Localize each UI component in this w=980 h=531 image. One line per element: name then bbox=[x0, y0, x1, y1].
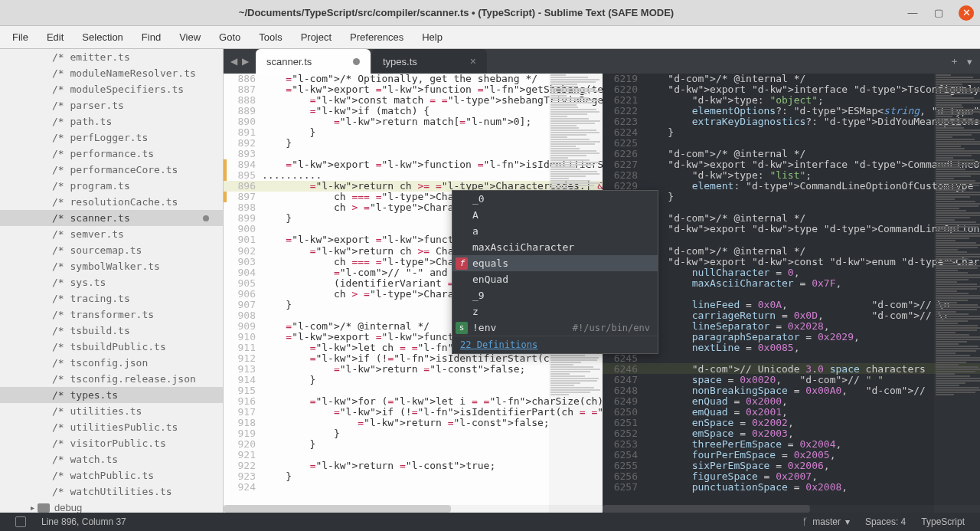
sidebar-item[interactable]: /* moduleNameResolver.ts bbox=[0, 65, 223, 81]
status-cursor-position[interactable]: Line 896, Column 37 bbox=[34, 516, 134, 527]
editor-panes: 886 887 888 889 890 891 892 893 894 895 … bbox=[224, 74, 980, 513]
dirty-indicator-icon bbox=[353, 58, 360, 65]
window-title: ~/Documents/TypeScript/src/compiler/scan… bbox=[6, 7, 906, 18]
editor-area: ◀ ▶ scanner.ts types.ts × ＋ ▾ 886 887 88… bbox=[224, 49, 980, 513]
menu-file[interactable]: File bbox=[3, 28, 38, 46]
sidebar-item[interactable]: /* emitter.ts bbox=[0, 49, 223, 65]
panel-icon bbox=[15, 516, 26, 527]
close-button[interactable]: ✕ bbox=[959, 5, 974, 21]
menu-goto[interactable]: Goto bbox=[210, 28, 250, 46]
status-bar: Line 896, Column 37 ᚶ master ▾ Spaces: 4… bbox=[0, 513, 980, 531]
autocomplete-item[interactable]: A bbox=[452, 207, 658, 223]
sidebar-item[interactable]: /* watchPublic.ts bbox=[0, 467, 223, 483]
dirty-indicator-icon bbox=[203, 215, 209, 221]
completion-kind-icon: s bbox=[456, 322, 468, 334]
status-panel-toggle[interactable] bbox=[8, 516, 34, 527]
autocomplete-footer[interactable]: 22 Definitions bbox=[452, 336, 658, 353]
sidebar: /* emitter.ts/* moduleNameResolver.ts/* … bbox=[0, 49, 224, 513]
tab-scanner[interactable]: scanner.ts bbox=[256, 49, 371, 74]
close-icon[interactable]: × bbox=[470, 55, 476, 67]
horizontal-scrollbar[interactable] bbox=[224, 505, 603, 513]
autocomplete-item[interactable]: maxAsciiCharacter bbox=[452, 239, 658, 255]
tab-actions: ＋ ▾ bbox=[942, 49, 980, 74]
minimize-button[interactable]: — bbox=[906, 7, 919, 19]
sidebar-item[interactable]: /* utilities.ts bbox=[0, 403, 223, 419]
tab-forward-button[interactable]: ▶ bbox=[240, 56, 251, 67]
window-controls: — ▢ ✕ bbox=[906, 5, 974, 21]
status-indentation[interactable]: Spaces: 4 bbox=[858, 516, 913, 527]
sidebar-item[interactable]: /* tsbuildPublic.ts bbox=[0, 339, 223, 355]
menubar: FileEditSelectionFindViewGotoToolsProjec… bbox=[0, 26, 980, 49]
sidebar-item[interactable]: /* types.ts bbox=[0, 387, 223, 403]
sidebar-item[interactable]: /* performance.ts bbox=[0, 146, 223, 162]
sidebar-item[interactable]: /* sourcemap.ts bbox=[0, 242, 223, 258]
sidebar-item[interactable]: /* performanceCore.ts bbox=[0, 162, 223, 178]
sidebar-item[interactable]: /* transformer.ts bbox=[0, 306, 223, 323]
sidebar-item[interactable]: /* symbolWalker.ts bbox=[0, 258, 223, 274]
sidebar-item[interactable]: /* moduleSpecifiers.ts bbox=[0, 81, 223, 97]
sidebar-item[interactable]: /* program.ts bbox=[0, 178, 223, 194]
horizontal-scrollbar[interactable] bbox=[603, 505, 980, 513]
new-tab-button[interactable]: ＋ bbox=[949, 54, 959, 68]
menu-preferences[interactable]: Preferences bbox=[341, 28, 413, 46]
sidebar-folder[interactable]: ▸debug bbox=[0, 500, 223, 513]
menu-project[interactable]: Project bbox=[292, 28, 341, 46]
menu-find[interactable]: Find bbox=[132, 28, 170, 46]
sidebar-item[interactable]: /* watch.ts bbox=[0, 451, 223, 467]
sidebar-item[interactable]: /* semver.ts bbox=[0, 226, 223, 242]
menu-help[interactable]: Help bbox=[413, 28, 452, 46]
autocomplete-popup[interactable]: _0AamaxAsciiCharacterfequalsenQuad_9zs!e… bbox=[452, 190, 658, 354]
sidebar-item[interactable]: /* watchUtilities.ts bbox=[0, 483, 223, 500]
main-area: /* emitter.ts/* moduleNameResolver.ts/* … bbox=[0, 49, 980, 513]
sidebar-item[interactable]: /* resolutionCache.ts bbox=[0, 194, 223, 210]
branch-icon: ᚶ bbox=[802, 516, 808, 527]
tab-label: scanner.ts bbox=[266, 56, 312, 67]
maximize-button[interactable]: ▢ bbox=[933, 7, 945, 19]
autocomplete-item[interactable]: z bbox=[452, 303, 658, 320]
menu-view[interactable]: View bbox=[170, 28, 210, 46]
tab-menu-button[interactable]: ▾ bbox=[967, 56, 972, 67]
sidebar-file-list[interactable]: /* emitter.ts/* moduleNameResolver.ts/* … bbox=[0, 49, 223, 513]
status-syntax[interactable]: TypeScript bbox=[913, 516, 972, 527]
sidebar-item[interactable]: /* path.ts bbox=[0, 113, 223, 129]
autocomplete-item[interactable]: _0 bbox=[452, 191, 658, 207]
menu-edit[interactable]: Edit bbox=[38, 28, 73, 46]
tab-types[interactable]: types.ts × bbox=[372, 49, 487, 74]
menu-tools[interactable]: Tools bbox=[250, 28, 291, 46]
sidebar-item[interactable]: /* tsconfig.release.json bbox=[0, 371, 223, 387]
sidebar-item[interactable]: /* tracing.ts bbox=[0, 290, 223, 306]
sidebar-item[interactable]: /* tsconfig.json bbox=[0, 355, 223, 371]
editor-pane-types[interactable]: 6219 6220 6221 6222 6223 6224 6225 6226 … bbox=[603, 74, 980, 513]
sidebar-item[interactable]: /* utilitiesPublic.ts bbox=[0, 419, 223, 435]
folder-icon bbox=[38, 503, 50, 513]
sidebar-item[interactable]: /* tsbuild.ts bbox=[0, 323, 223, 339]
chevron-right-icon: ▸ bbox=[31, 503, 34, 512]
chevron-down-icon: ▾ bbox=[845, 516, 850, 527]
autocomplete-item[interactable]: fequals bbox=[452, 255, 658, 271]
tab-bar: ◀ ▶ scanner.ts types.ts × ＋ ▾ bbox=[224, 49, 980, 74]
sidebar-item[interactable]: /* parser.ts bbox=[0, 97, 223, 113]
sidebar-item[interactable]: /* visitorPublic.ts bbox=[0, 435, 223, 451]
tab-label: types.ts bbox=[383, 56, 417, 67]
sidebar-item[interactable]: /* sys.ts bbox=[0, 274, 223, 290]
sidebar-item[interactable]: /* scanner.ts bbox=[0, 210, 223, 226]
completion-kind-icon: f bbox=[456, 257, 468, 270]
titlebar: ~/Documents/TypeScript/src/compiler/scan… bbox=[0, 0, 980, 26]
line-gutter: 886 887 888 889 890 891 892 893 894 895 … bbox=[224, 74, 262, 513]
autocomplete-item[interactable]: _9 bbox=[452, 287, 658, 303]
sidebar-item[interactable]: /* perfLogger.ts bbox=[0, 129, 223, 146]
autocomplete-item[interactable]: a bbox=[452, 223, 658, 239]
minimap[interactable] bbox=[934, 74, 980, 513]
code-content[interactable]: "d-com">/* @internal */ "d-kw">export "d… bbox=[644, 74, 980, 513]
autocomplete-item[interactable]: enQuad bbox=[452, 271, 658, 287]
menu-selection[interactable]: Selection bbox=[73, 28, 132, 46]
tab-back-button[interactable]: ◀ bbox=[228, 56, 240, 67]
status-git-branch[interactable]: ᚶ master ▾ bbox=[795, 516, 858, 527]
autocomplete-item[interactable]: s!env#!/usr/bin/env bbox=[452, 320, 658, 336]
tab-history-nav: ◀ ▶ bbox=[224, 49, 256, 74]
